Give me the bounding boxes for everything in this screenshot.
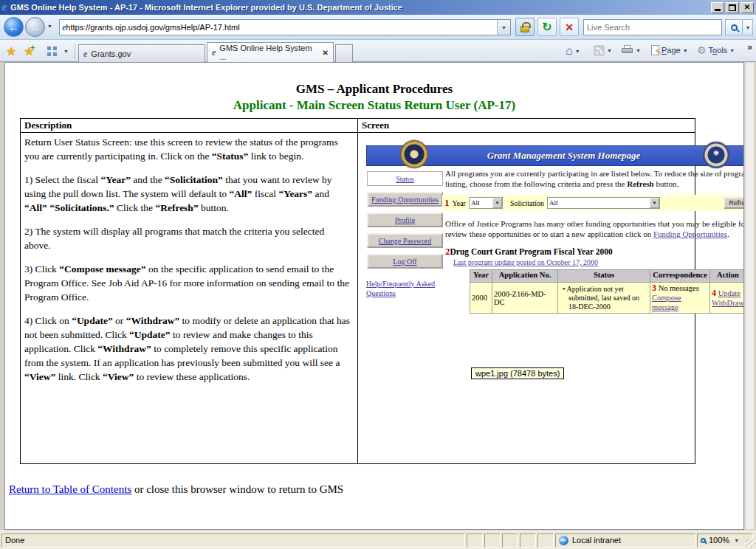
- gear-icon: ⚙: [697, 45, 707, 55]
- compose-message-link: Compose message: [652, 294, 681, 311]
- forward-button[interactable]: →: [25, 17, 45, 37]
- navigation-bar: ← → ▼ e ▼ ↻ ✕ ▼: [0, 15, 756, 40]
- add-favorite-icon[interactable]: ★+: [24, 44, 34, 58]
- page-subtitle: Applicant - Main Screen Status Return Us…: [5, 98, 743, 113]
- address-bar[interactable]: e ▼: [59, 19, 511, 35]
- tab-grants-gov[interactable]: e Grants.gov: [78, 44, 205, 62]
- gms-col-status: Status: [558, 270, 650, 283]
- feeds-button[interactable]: ▼: [594, 45, 612, 56]
- description-cell: Return User Status Screen: use this scre…: [21, 133, 358, 464]
- select-caret-icon: ▼: [650, 198, 659, 208]
- tab-label: GMS Online Help System ...: [219, 44, 314, 61]
- gms-applications-table: Year Application No. Status Corresponden…: [470, 269, 744, 314]
- new-tab-stub[interactable]: [335, 44, 353, 62]
- rss-feed-icon: [594, 45, 605, 56]
- lock-icon: [520, 26, 529, 32]
- page-icon: ✎: [651, 45, 659, 55]
- tab-list-dropdown[interactable]: ▼: [63, 49, 69, 54]
- help-table: Description Screen Return User Status Sc…: [20, 118, 695, 464]
- refresh-button[interactable]: ↻: [537, 18, 557, 36]
- gms-status-button: Status: [367, 171, 443, 186]
- search-icon: [731, 24, 738, 31]
- gms-funding-opportunities-button: Funding Opportunities: [367, 192, 443, 207]
- zoom-level: 100%: [709, 536, 729, 545]
- description-column-header: Description: [21, 119, 358, 133]
- tab-label: Grants.gov: [91, 49, 131, 58]
- description-paragraph: 3) Click “Compose message” on the specif…: [24, 262, 353, 304]
- printer-icon: [622, 45, 633, 55]
- search-input[interactable]: [587, 23, 721, 32]
- favorites-star-icon[interactable]: ★: [6, 44, 16, 58]
- minimize-button[interactable]: [711, 2, 724, 13]
- home-icon: ⌂: [566, 45, 573, 57]
- home-button[interactable]: ⌂ ▼: [566, 45, 580, 57]
- tab-favicon-icon: e: [83, 49, 87, 59]
- stop-button[interactable]: ✕: [560, 18, 579, 36]
- address-input[interactable]: [66, 23, 497, 32]
- update-link: Update: [718, 289, 740, 297]
- toolbar-overflow-chevron[interactable]: »: [747, 42, 752, 52]
- gms-col-year: Year: [470, 270, 492, 283]
- resize-grip[interactable]: [746, 539, 755, 548]
- doj-seal-icon: [400, 140, 428, 168]
- gms-help-faq-link: Help/Frequently Asked Questions: [366, 279, 440, 298]
- gms-screenshot-image: Grant Management System Homepage * Statu…: [366, 142, 744, 463]
- description-paragraph: Return User Status Screen: use this scre…: [24, 135, 353, 163]
- gms-main-column: All programs you are currently participa…: [445, 168, 744, 314]
- back-button[interactable]: ←: [4, 17, 24, 37]
- bullet-icon: •: [563, 285, 566, 293]
- ie-logo-icon: e: [2, 2, 7, 13]
- gms-funding-text: Office of Justice Programs has many othe…: [445, 218, 744, 239]
- tab-close-icon[interactable]: ✕: [323, 49, 329, 57]
- gms-nav-column: Status Funding Opportunities Profile Cha…: [367, 171, 443, 269]
- close-button[interactable]: ✕: [740, 2, 754, 13]
- security-zone-indicator: Local intranet: [555, 534, 695, 548]
- quick-tabs-icon[interactable]: [47, 46, 57, 56]
- gms-change-password-button: Change Password: [367, 233, 443, 248]
- history-dropdown[interactable]: ▼: [47, 24, 52, 29]
- gms-cell-year: 2000: [470, 283, 492, 314]
- tools-menu-button[interactable]: ⚙ Tools ▼: [697, 45, 735, 55]
- gms-header-title: Grant Management System Homepage: [487, 150, 641, 162]
- ojp-seal-icon: *: [703, 142, 729, 168]
- screen-column-header: Screen: [358, 119, 695, 133]
- step-1-marker: 1: [444, 197, 450, 209]
- gms-col-correspondence: Correspondence: [650, 270, 710, 283]
- minimize-icon: [715, 9, 721, 11]
- status-pane: [537, 534, 554, 548]
- status-pane: [484, 534, 501, 548]
- search-options-dropdown[interactable]: ▼: [743, 19, 753, 35]
- description-paragraph: 4) Click on “Update” or “Withdraw” to mo…: [24, 314, 353, 384]
- program-title: Drug Court Grant Program Fiscal Year 200…: [450, 247, 613, 256]
- tab-gms-help-active[interactable]: e GMS Online Help System ... ✕: [207, 42, 334, 62]
- step-3-marker: 3: [652, 283, 656, 293]
- search-box[interactable]: [583, 19, 722, 35]
- close-icon: ✕: [744, 4, 750, 11]
- stop-icon: ✕: [565, 21, 574, 33]
- gms-refresh-button: Refresh: [724, 197, 744, 209]
- zoom-control[interactable]: 100% ▼: [697, 534, 753, 548]
- address-dropdown[interactable]: ▼: [497, 20, 510, 35]
- solicitation-select: All▼: [547, 197, 660, 209]
- return-to-toc-link[interactable]: Return to Table of Contents: [9, 483, 131, 495]
- security-lock-button[interactable]: [515, 18, 535, 36]
- search-go-button[interactable]: [725, 19, 743, 35]
- gms-cell-correspondence: 3 No messages Compose message: [650, 283, 710, 314]
- select-caret-icon: ▼: [492, 198, 502, 208]
- gms-profile-button: Profile: [367, 213, 443, 227]
- gms-table-row: 2000 2000-Z166-MD-DC • Application not y…: [470, 283, 745, 314]
- no-messages-text: No messages: [659, 284, 699, 292]
- zoom-dropdown-icon[interactable]: ▼: [734, 538, 739, 543]
- restore-button[interactable]: [726, 2, 739, 13]
- vertical-scrollbar[interactable]: [745, 62, 755, 530]
- year-label: Year: [453, 199, 466, 207]
- status-text: Done: [1, 534, 465, 548]
- tools-menu-label: Tools: [709, 46, 728, 55]
- status-pane: [520, 534, 536, 548]
- page-menu-button[interactable]: ✎ Page ▼: [651, 45, 688, 55]
- gms-cell-application: 2000-Z166-MD-DC: [492, 283, 558, 314]
- footer-line: Return to Table of Contents or close thi…: [9, 483, 743, 496]
- print-button[interactable]: ▼: [622, 45, 641, 55]
- zoom-magnifier-icon: [701, 538, 706, 543]
- year-select: All▼: [469, 197, 503, 209]
